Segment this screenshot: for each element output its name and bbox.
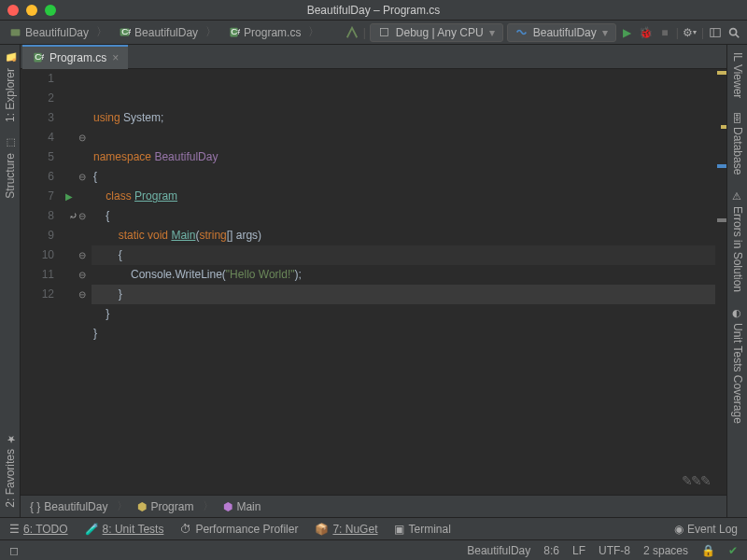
svg-point-8 [730,28,737,35]
code-editor[interactable]: 123456789101112 ⊖⊖▶⤾⊖⊖⊖⊖ using System;na… [21,69,726,495]
run-icon[interactable]: ▶ [620,25,635,40]
tool-terminal[interactable]: ▣ Terminal [394,523,450,536]
tool-coverage[interactable]: ◐ Unit Tests Coverage [731,307,744,424]
status-lock-icon[interactable]: 🔒 [701,544,715,557]
tab-program-cs[interactable]: C# Program.cs × [22,45,128,69]
inspection-widget-icon[interactable]: ✎✎✎ [682,471,710,491]
tab-label: Program.cs [49,51,106,64]
settings-icon[interactable]: ⚙▾ [683,25,698,40]
svg-line-9 [736,34,740,37]
tool-explorer[interactable]: 1: Explorer 📁 [4,52,17,122]
stop-icon[interactable]: ■ [657,25,672,40]
close-window-icon[interactable] [7,5,19,16]
config-debug-dropdown[interactable]: Debug | Any CPU▾ [370,23,503,42]
tool-structure[interactable]: Structure ⬚ [4,137,17,199]
tool-profiler[interactable]: ⏱ Performance Profiler [180,523,298,536]
status-bar: ◻ BeautifulDay 8:6 LF UTF-8 2 spaces 🔒 ✔ [0,539,747,560]
svg-rect-5 [380,28,388,35]
status-line-separator[interactable]: LF [572,544,585,557]
tool-errors[interactable]: ⚠ Errors in Solution [731,190,744,292]
breadcrumb-bar: { } BeautifulDay ⬢ Program ⬢ Main [21,495,726,517]
window-title: BeautifulDay – Program.cs [7,4,740,17]
titlebar: BeautifulDay – Program.cs [0,0,747,21]
status-project[interactable]: BeautifulDay [467,544,530,557]
window-controls [7,5,56,16]
search-icon[interactable] [726,25,741,40]
svg-text:C#: C# [121,26,131,36]
crumb-namespace[interactable]: { } BeautifulDay [30,498,128,514]
layout-icon[interactable] [708,25,723,40]
tool-unit-tests[interactable]: 🧪 8: Unit Tests [85,523,164,536]
debug-icon[interactable]: 🐞 [639,25,654,40]
build-icon[interactable] [345,25,359,40]
crumb-method[interactable]: ⬢ Main [223,500,270,513]
navigation-bar: BeautifulDay C#BeautifulDay C#Program.cs… [0,21,747,45]
status-ok-icon[interactable]: ✔ [728,544,738,557]
editor-tabs: C# Program.cs × [21,45,726,69]
status-cursor-pos[interactable]: 8:6 [543,544,559,557]
breadcrumb-project[interactable]: BeautifulDay [6,22,111,42]
tool-event-log[interactable]: ◉ Event Log [674,523,738,536]
minimize-window-icon[interactable] [26,5,37,16]
close-tab-icon[interactable]: × [112,51,119,64]
bottom-toolbar: ☰ 6: TODO 🧪 8: Unit Tests ⏱ Performance … [0,517,747,539]
maximize-window-icon[interactable] [45,5,56,16]
breadcrumb-file[interactable]: C#Program.cs [224,22,323,42]
tool-todo[interactable]: ☰ 6: TODO [9,523,68,536]
svg-text:C#: C# [35,51,44,62]
tool-nuget[interactable]: 📦 7: NuGet [315,523,377,536]
crumb-class[interactable]: ⬢ Program [137,498,214,514]
status-tool-windows-icon[interactable]: ◻ [9,544,19,557]
breadcrumb-folder[interactable]: C#BeautifulDay [115,22,220,42]
svg-text:C#: C# [231,26,240,36]
tool-database[interactable]: 🗄 Database [731,113,744,175]
tool-favorites[interactable]: 2: Favorites ★ [4,433,17,508]
svg-rect-6 [711,28,721,36]
config-project-dropdown[interactable]: BeautifulDay▾ [507,23,616,42]
error-stripe[interactable] [715,69,726,495]
left-tool-strip: 1: Explorer 📁 Structure ⬚ 2: Favorites ★ [0,45,21,517]
status-indent[interactable]: 2 spaces [643,544,688,557]
status-encoding[interactable]: UTF-8 [599,544,630,557]
tool-il-viewer[interactable]: IL Viewer [731,52,744,98]
editor-area: C# Program.cs × 123456789101112 ⊖⊖▶⤾⊖⊖⊖⊖… [21,45,726,517]
right-tool-strip: IL Viewer 🗄 Database ⚠ Errors in Solutio… [726,45,747,517]
svg-rect-0 [11,29,21,35]
